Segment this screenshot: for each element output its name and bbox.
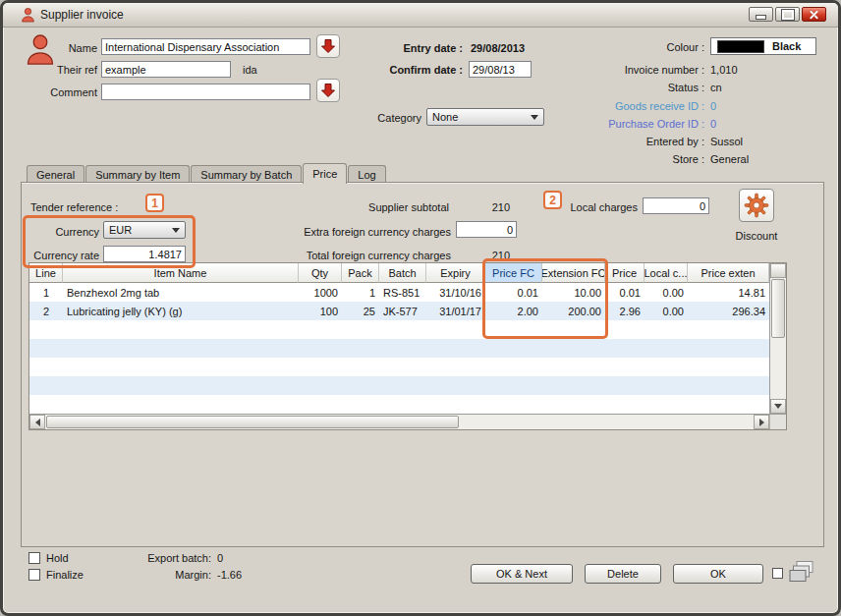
name-label: Name [42, 41, 97, 55]
cell-item-name: Lubricating jelly (KY) (g) [63, 302, 299, 320]
chevron-down-icon [172, 228, 180, 233]
extra-foreign-charges-input[interactable] [456, 221, 517, 238]
local-charges-input[interactable] [643, 197, 709, 214]
comment-input[interactable] [101, 84, 310, 100]
tab-summary-by-batch[interactable]: Summary by Batch [191, 165, 302, 183]
gear-icon [744, 193, 769, 218]
goods-receive-id-label[interactable]: Goods receive ID : [549, 99, 704, 113]
col-header-extension-fc[interactable]: Extension FC [542, 263, 605, 283]
entry-date-label: Entry date : [371, 41, 463, 55]
cell-batch: RS-851 [379, 283, 426, 302]
table-horizontal-scrollbar[interactable] [29, 414, 786, 429]
triangle-down-icon [774, 404, 782, 409]
finalize-checkbox[interactable] [28, 569, 40, 581]
tender-reference-label: Tender reference : [30, 200, 118, 214]
col-header-line[interactable]: Line [29, 263, 63, 283]
col-header-price-fc[interactable]: Price FC [485, 263, 542, 283]
empty-row [29, 320, 769, 339]
red-down-arrow-icon [319, 82, 337, 99]
discount-button[interactable] [739, 189, 774, 222]
tab-summary-by-item[interactable]: Summary by Item [85, 165, 190, 183]
total-foreign-charges-label: Total foreign currency charges [296, 249, 451, 262]
col-header-local-charge[interactable]: Local c... [645, 263, 688, 283]
col-header-price-extension[interactable]: Price exten [688, 263, 769, 283]
cell-expiry: 31/10/16 [426, 283, 485, 302]
horizontal-scroll-track[interactable] [45, 415, 754, 429]
table-row[interactable]: 2 Lubricating jelly (KY) (g) 100 25 JK-5… [29, 302, 769, 320]
empty-row [29, 339, 769, 358]
total-foreign-charges-value: 210 [457, 249, 510, 262]
category-select[interactable]: None [426, 108, 544, 126]
category-label: Category [368, 111, 421, 125]
finalize-label: Finalize [46, 568, 84, 582]
close-icon [809, 9, 819, 20]
tab-bar: General Summary by Item Summary by Batch… [27, 162, 387, 183]
name-lookup-button[interactable] [316, 34, 340, 58]
maximize-button[interactable] [775, 7, 800, 22]
scroll-down-button[interactable] [770, 399, 786, 414]
horizontal-scroll-thumb[interactable] [46, 416, 459, 428]
vertical-scroll-track[interactable] [770, 278, 786, 399]
purchase-order-id-value[interactable]: 0 [710, 117, 716, 131]
window-title: Supplier invoice [40, 8, 124, 22]
col-header-price[interactable]: Price [605, 263, 645, 283]
copies-stack-icon[interactable] [788, 560, 817, 584]
tab-price[interactable]: Price [303, 163, 347, 184]
entered-by-value: Sussol [710, 135, 743, 148]
scroll-up-button[interactable] [770, 263, 786, 278]
chevron-down-icon [531, 115, 538, 120]
close-button[interactable] [802, 7, 826, 22]
scroll-right-button[interactable] [754, 415, 769, 429]
titlebar[interactable]: Supplier invoice [3, 3, 838, 28]
comment-expand-button[interactable] [316, 79, 340, 102]
currency-label: Currency [30, 225, 99, 239]
annotation-1-badge: 1 [145, 194, 164, 212]
confirm-date-label: Confirm date : [364, 63, 463, 77]
currency-rate-input[interactable] [103, 246, 186, 262]
minimize-button[interactable] [749, 7, 773, 22]
confirm-date-input[interactable] [469, 61, 532, 78]
cell-batch: JK-577 [379, 302, 426, 320]
vertical-scroll-thumb[interactable] [771, 279, 785, 338]
table-vertical-scrollbar[interactable] [769, 263, 786, 414]
purchase-order-id-label[interactable]: Purchase Order ID : [549, 117, 704, 131]
their-ref-input[interactable] [101, 61, 231, 78]
entered-by-label: Entered by : [549, 135, 704, 148]
col-header-batch[interactable]: Batch [379, 263, 426, 283]
col-header-item-name[interactable]: Item Name [63, 263, 299, 283]
ok-and-next-button[interactable]: OK & Next [471, 564, 573, 584]
tab-log[interactable]: Log [348, 165, 385, 183]
currency-select[interactable]: EUR [103, 221, 186, 239]
col-header-qty[interactable]: Qty [299, 263, 342, 283]
col-header-pack[interactable]: Pack [342, 263, 379, 283]
cell-qty: 100 [299, 302, 342, 320]
colour-select[interactable]: Black [710, 37, 816, 55]
invoice-lines-table: Line Item Name Qty Pack Batch Expiry Pri… [28, 262, 787, 430]
goods-receive-id-value[interactable]: 0 [710, 99, 716, 113]
hold-checkbox[interactable] [28, 552, 40, 564]
cell-price-extension: 296.34 [688, 302, 769, 320]
cell-item-name: Benzhexol 2mg tab [63, 283, 299, 302]
cell-extension-fc: 10.00 [542, 283, 605, 302]
delete-button[interactable]: Delete [585, 564, 661, 584]
col-header-expiry[interactable]: Expiry [426, 263, 485, 283]
invoice-number-value: 1,010 [710, 63, 738, 77]
ok-button[interactable]: OK [673, 564, 763, 584]
export-batch-value: 0 [217, 551, 223, 565]
currency-rate-label: Currency rate [25, 249, 99, 262]
red-down-arrow-icon [319, 37, 337, 55]
cell-price-extension: 14.81 [688, 283, 769, 302]
supplier-subtotal-label: Supplier subtotal [349, 200, 449, 214]
print-checkbox[interactable] [772, 568, 783, 579]
supplier-subtotal-value: 210 [457, 200, 510, 214]
tab-general[interactable]: General [27, 165, 84, 183]
status-value: cn [710, 81, 722, 94]
cell-line: 2 [29, 302, 63, 320]
scroll-left-button[interactable] [29, 415, 45, 429]
store-label: Store : [549, 152, 704, 166]
name-input[interactable] [101, 38, 310, 55]
cell-local-charge: 0.00 [645, 283, 688, 302]
empty-row [29, 358, 769, 376]
colour-swatch [717, 40, 764, 53]
table-row[interactable]: 1 Benzhexol 2mg tab 1000 1 RS-851 31/10/… [29, 283, 769, 302]
